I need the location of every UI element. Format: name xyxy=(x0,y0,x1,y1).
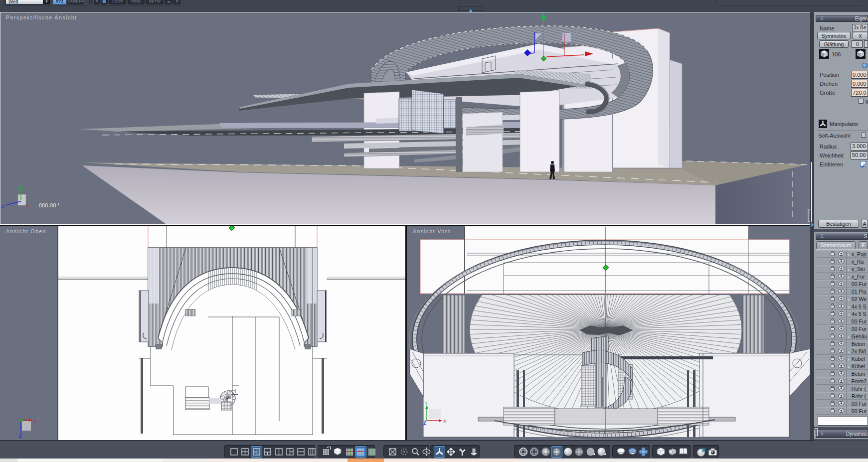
svg-text:Z: Z xyxy=(19,433,22,439)
svg-text:Ansicht Vorn: Ansicht Vorn xyxy=(413,228,451,234)
svg-text:X: X xyxy=(26,203,29,208)
svg-text:Y: Y xyxy=(425,401,428,406)
svg-text:X: X xyxy=(33,419,36,424)
svg-text:Y: Y xyxy=(19,184,22,189)
svg-text:Z: Z xyxy=(1,204,4,209)
svg-text:Z: Z xyxy=(423,420,426,426)
svg-text:000-00 *: 000-00 * xyxy=(39,202,60,208)
svg-text:X: X xyxy=(443,419,446,424)
svg-text:Perspektifische Ansicht: Perspektifische Ansicht xyxy=(6,14,77,20)
svg-text:Ansicht Oben: Ansicht Oben xyxy=(6,228,46,234)
